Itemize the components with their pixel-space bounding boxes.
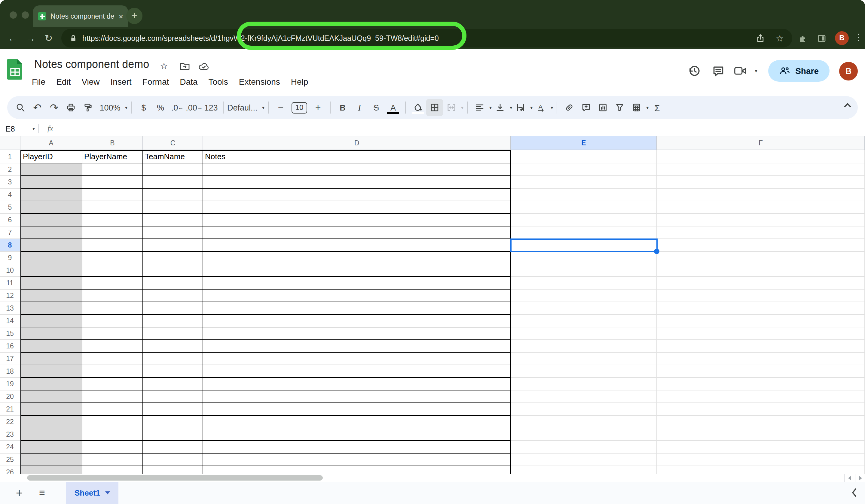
cell-A26[interactable] [21,466,82,474]
cell-F26[interactable] [657,466,865,474]
insert-chart-icon[interactable] [595,99,611,116]
side-panel-icon[interactable] [817,34,827,43]
version-history-icon[interactable] [685,64,703,78]
sheet-tab-caret-icon[interactable] [105,491,110,494]
cell-C6[interactable] [143,214,203,226]
cell-A9[interactable] [21,252,82,264]
cloud-saved-icon[interactable] [198,62,210,71]
cell-D25[interactable] [203,454,511,466]
merge-caret-icon[interactable]: ▾ [461,105,463,110]
row-header-13[interactable]: 13 [0,302,21,315]
cell-B8[interactable] [82,239,143,252]
star-document-icon[interactable]: ☆ [160,61,168,71]
cell-E18[interactable] [511,365,657,378]
cell-B22[interactable] [82,416,143,428]
row-header-26[interactable]: 26 [0,466,21,474]
cell-E24[interactable] [511,441,657,454]
increase-font-size-button[interactable]: + [310,99,326,116]
cell-D18[interactable] [203,365,511,378]
decrease-decimal-button[interactable]: .0← [169,99,186,116]
cell-C12[interactable] [143,290,203,302]
cell-B26[interactable] [82,466,143,474]
name-box-caret-icon[interactable]: ▾ [33,126,35,131]
cell-C8[interactable] [143,239,203,252]
cell-B17[interactable] [82,353,143,365]
back-icon[interactable]: ← [4,33,22,44]
cell-A23[interactable] [21,428,82,441]
row-header-23[interactable]: 23 [0,428,21,441]
cell-A8[interactable] [21,239,82,252]
cell-B18[interactable] [82,365,143,378]
cell-A18[interactable] [21,365,82,378]
browser-tab[interactable]: Notes component demo - Goo × [33,5,128,27]
cell-F22[interactable] [657,416,865,428]
cell-D6[interactable] [203,214,511,226]
app-profile-avatar[interactable]: B [839,61,858,80]
cell-C3[interactable] [143,176,203,189]
cell-C9[interactable] [143,252,203,264]
cell-B13[interactable] [82,302,143,315]
cell-F14[interactable] [657,315,865,327]
zoom-select[interactable]: 100% [96,99,124,116]
cell-C15[interactable] [143,327,203,340]
cell-E19[interactable] [511,378,657,390]
cell-C21[interactable] [143,403,203,416]
search-menus-icon[interactable] [12,99,29,116]
browser-profile-avatar[interactable]: B [835,31,849,45]
scroll-right-arrow[interactable] [855,474,865,482]
cell-C24[interactable] [143,441,203,454]
cell-F6[interactable] [657,214,865,226]
column-header-F[interactable]: F [657,136,865,150]
cell-B20[interactable] [82,390,143,403]
active-cell-selection[interactable] [510,238,658,252]
meet-camera-icon[interactable] [733,66,748,76]
fill-color-button[interactable] [410,99,426,116]
cell-A15[interactable] [21,327,82,340]
row-header-16[interactable]: 16 [0,340,21,353]
cell-F13[interactable] [657,302,865,315]
column-header-B[interactable]: B [82,136,143,150]
scrollbar-thumb[interactable] [27,475,323,481]
cell-D4[interactable] [203,189,511,201]
insert-comment-icon[interactable] [578,99,595,116]
cell-B23[interactable] [82,428,143,441]
sheets-logo[interactable] [7,59,23,81]
hide-menus-chevron-icon[interactable] [842,100,853,110]
cell-A12[interactable] [21,290,82,302]
row-header-22[interactable]: 22 [0,416,21,428]
cell-E9[interactable] [511,252,657,264]
cell-E25[interactable] [511,454,657,466]
row-header-10[interactable]: 10 [0,264,21,277]
bold-button[interactable]: B [334,99,351,116]
horizontal-align-button[interactable] [471,99,488,116]
cell-B19[interactable] [82,378,143,390]
cell-E2[interactable] [511,163,657,176]
row-header-15[interactable]: 15 [0,327,21,340]
cell-E13[interactable] [511,302,657,315]
table-views-icon[interactable] [628,99,645,116]
cell-B10[interactable] [82,264,143,277]
cell-D10[interactable] [203,264,511,277]
cell-C23[interactable] [143,428,203,441]
cell-C16[interactable] [143,340,203,353]
row-header-19[interactable]: 19 [0,378,21,390]
row-header-14[interactable]: 14 [0,315,21,327]
comment-history-icon[interactable] [709,65,727,77]
format-currency-button[interactable]: $ [135,99,152,116]
italic-button[interactable]: I [351,99,368,116]
cell-C4[interactable] [143,189,203,201]
cell-A1[interactable]: PlayerID [21,150,82,163]
name-box[interactable]: E8 [0,124,33,133]
cell-F23[interactable] [657,428,865,441]
cell-B12[interactable] [82,290,143,302]
redo-icon[interactable]: ↷ [46,99,62,116]
cell-E4[interactable] [511,189,657,201]
cell-F20[interactable] [657,390,865,403]
cell-C26[interactable] [143,466,203,474]
cell-D3[interactable] [203,176,511,189]
cell-A16[interactable] [21,340,82,353]
url-text[interactable]: https://docs.google.com/spreadsheets/d/1… [82,34,745,42]
extensions-puzzle-icon[interactable] [798,34,808,43]
collapse-side-panel-chevron-icon[interactable] [849,487,859,499]
cell-F16[interactable] [657,340,865,353]
